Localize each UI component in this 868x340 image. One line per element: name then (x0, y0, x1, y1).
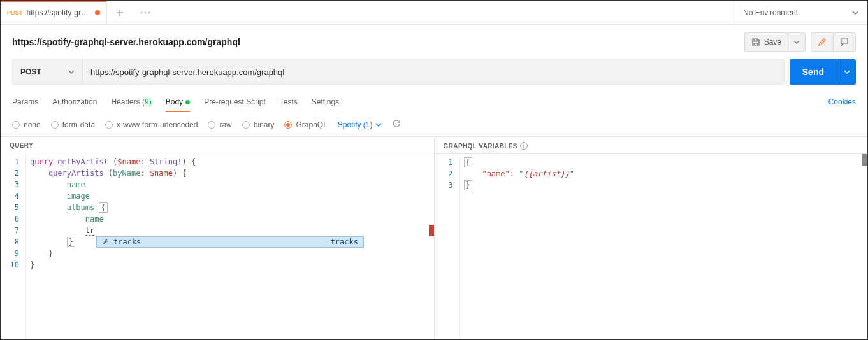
chevron-down-icon (793, 39, 800, 45)
schema-select[interactable]: Spotify (1) (338, 120, 382, 129)
variables-lines: { "name": "{{artist}}" } (460, 154, 868, 340)
environment-selector[interactable]: No Environment (734, 1, 867, 24)
tab-overflow-button[interactable] (133, 1, 158, 24)
cookies-link[interactable]: Cookies (828, 97, 856, 106)
url-input[interactable] (83, 60, 784, 84)
request-tab[interactable]: POST https://spotify-gr… (1, 1, 107, 24)
tab-params[interactable]: Params (12, 92, 38, 111)
send-button-group: Send (790, 59, 856, 85)
info-icon[interactable]: i (520, 142, 528, 150)
url-row: POST Send (1, 59, 867, 91)
save-button[interactable]: Save (744, 32, 788, 52)
svg-point-1 (145, 11, 147, 13)
body-type-form-data[interactable]: form-data (51, 120, 95, 129)
edit-button[interactable] (811, 32, 833, 52)
query-gutter: 12345678910 (1, 153, 26, 340)
body-type-binary[interactable]: binary (242, 120, 275, 129)
error-marker-icon (429, 225, 434, 236)
request-title: https://spotify-graphql-server.herokuapp… (12, 37, 240, 47)
wrench-icon (102, 238, 110, 246)
tab-title: https://spotify-gr… (27, 8, 89, 17)
refresh-schema-button[interactable] (392, 119, 401, 130)
chevron-down-icon (375, 122, 382, 128)
tab-settings[interactable]: Settings (312, 92, 339, 111)
graphql-editors: QUERY 12345678910 query getByArtist ($na… (1, 137, 867, 340)
comment-button[interactable] (833, 32, 856, 52)
body-type-row: none form-data x-www-form-urlencoded raw… (1, 113, 867, 137)
tab-tests[interactable]: Tests (280, 92, 298, 111)
request-section-tabs: Params Authorization Headers (9) Body Pr… (1, 91, 867, 113)
variables-gutter: 123 (435, 154, 460, 340)
http-method-select[interactable]: POST (13, 60, 83, 84)
tab-bar: POST https://spotify-gr… No Environment (1, 1, 867, 25)
autocomplete-hint: tracks (331, 237, 358, 246)
chevron-down-icon (852, 10, 858, 16)
tab-method-badge: POST (7, 10, 23, 16)
variables-editor[interactable]: 123 { "name": "{{artist}}" } (435, 153, 868, 340)
new-tab-button[interactable] (107, 1, 133, 24)
variables-panel-header: GRAPHQL VARIABLES i (435, 137, 868, 153)
autocomplete-item: tracks (113, 237, 141, 246)
send-button[interactable]: Send (790, 59, 837, 85)
minimap-thumb (862, 154, 867, 166)
chevron-down-icon (844, 69, 850, 75)
edit-comment-group (811, 32, 856, 52)
tab-body[interactable]: Body (166, 92, 190, 111)
send-options-button[interactable] (837, 59, 856, 85)
query-panel-header: QUERY (1, 137, 434, 153)
save-button-group: Save (744, 32, 806, 52)
variables-panel: GRAPHQL VARIABLES i 123 { "name": "{{art… (435, 137, 868, 340)
body-type-graphql[interactable]: GraphQL (284, 120, 327, 129)
refresh-icon (392, 119, 401, 128)
chevron-down-icon (68, 69, 75, 75)
request-title-row: https://spotify-graphql-server.herokuapp… (1, 25, 867, 59)
query-editor[interactable]: 12345678910 query getByArtist ($name: St… (1, 153, 434, 340)
environment-label: No Environment (743, 8, 798, 17)
autocomplete-popup[interactable]: tracks tracks (96, 236, 364, 248)
query-lines: query getByArtist ($name: String!) { que… (26, 153, 434, 340)
query-panel: QUERY 12345678910 query getByArtist ($na… (1, 137, 435, 340)
svg-point-2 (148, 11, 150, 13)
brace-matched-icon: { (99, 202, 107, 213)
tab-pre-request-script[interactable]: Pre-request Script (204, 92, 266, 111)
body-type-raw[interactable]: raw (208, 120, 231, 129)
brace-matched-icon: } (67, 237, 75, 247)
body-modified-dot-icon (185, 100, 190, 104)
save-label: Save (764, 38, 781, 46)
body-type-urlencoded[interactable]: x-www-form-urlencoded (105, 120, 198, 129)
headers-count: (9) (142, 97, 152, 106)
save-options-button[interactable] (788, 32, 806, 52)
body-type-none[interactable]: none (12, 120, 41, 129)
http-method-label: POST (20, 67, 41, 76)
unsaved-dot-icon (95, 10, 100, 15)
method-url-bar: POST (12, 59, 785, 85)
tab-headers[interactable]: Headers (9) (111, 92, 151, 111)
tab-authorization[interactable]: Authorization (52, 92, 97, 111)
svg-point-0 (141, 11, 143, 13)
